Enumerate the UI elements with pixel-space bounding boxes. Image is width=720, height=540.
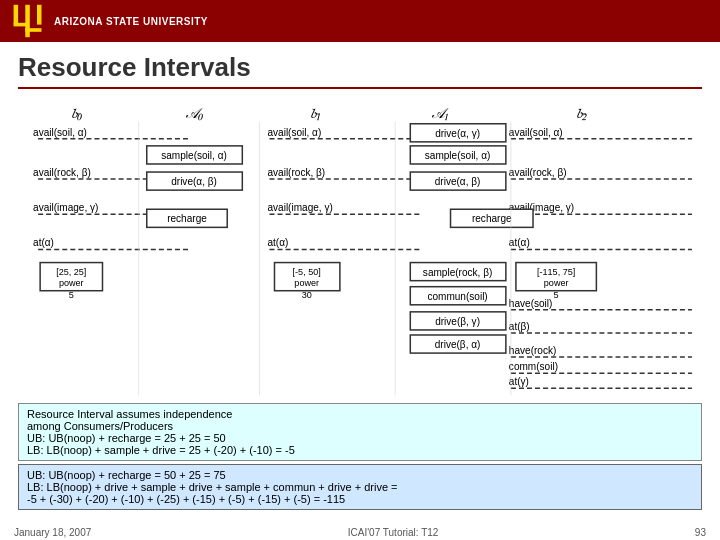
header: ARIZONA STATE UNIVERSITY (0, 0, 720, 42)
university-name: ARIZONA STATE UNIVERSITY (54, 15, 208, 28)
col-label-a1: 𝒜₁ (431, 105, 449, 121)
at-alpha-label1: at(α) (33, 237, 54, 248)
avail-rock-beta-label2: avail(rock, β) (267, 167, 325, 178)
footer-conference: ICAI'07 Tutorial: T12 (348, 527, 439, 538)
power-p0-range: [25, 25] (56, 267, 86, 277)
svg-rect-5 (25, 30, 30, 37)
footer: January 18, 2007 ICAI'07 Tutorial: T12 9… (0, 527, 720, 538)
power-p2-value: 5 (554, 290, 559, 300)
asu-logo: ARIZONA STATE UNIVERSITY (10, 3, 208, 39)
col-label-p1: 𝓫₁ (309, 105, 321, 121)
col-label-p2: 𝓫₂ (575, 105, 587, 121)
drive-alpha-beta-label-a0: drive(α, β) (171, 176, 217, 187)
at-gamma-label: at(γ) (509, 376, 529, 387)
main-content: Resource Intervals 𝓫₀ 𝒜₀ 𝓫₁ 𝒜₁ 𝓫₂ avail(… (0, 42, 720, 519)
asu-pitchfork-icon (10, 3, 46, 39)
comm-soil-label-p2: comm(soil) (509, 361, 558, 372)
avail-soil-alpha-label3: avail(soil, α) (509, 127, 563, 138)
recharge-label-a0: recharge (167, 213, 207, 224)
drive-alpha-gamma-label: drive(α, γ) (435, 128, 480, 139)
at-alpha-label2: at(α) (267, 237, 288, 248)
svg-rect-2 (37, 5, 42, 25)
power-p2-label: power (544, 278, 569, 288)
power-p1-value: 30 (302, 290, 312, 300)
footer-page: 93 (695, 527, 706, 538)
timeline-diagram: 𝓫₀ 𝒜₀ 𝓫₁ 𝒜₁ 𝓫₂ avail(soil, α) avail(soil… (18, 97, 702, 407)
info2-line3: -5 + (-30) + (-20) + (-10) + (-25) + (-1… (27, 493, 345, 505)
power-p0-value: 5 (69, 290, 74, 300)
power-p0-label: power (59, 278, 84, 288)
at-alpha-label3: at(α) (509, 237, 530, 248)
sample-rock-beta-label: sample(rock, β) (423, 267, 492, 278)
sample-soil-alpha-label-a0: sample(soil, α) (161, 150, 227, 161)
svg-rect-0 (14, 5, 19, 25)
col-label-a0: 𝒜₀ (185, 105, 204, 121)
drive-alpha-beta-label-a1: drive(α, β) (435, 176, 481, 187)
power-p1-range: [-5, 50] (293, 267, 321, 277)
info-line4: LB: LB(noop) + sample + drive = 25 + (-2… (27, 444, 295, 456)
info-line2: among Consumers/Producers (27, 420, 173, 432)
avail-image-gamma-label1: avail(image, γ) (33, 202, 98, 213)
resource-interval-svg: 𝓫₀ 𝒜₀ 𝓫₁ 𝒜₁ 𝓫₂ avail(soil, α) avail(soil… (18, 97, 702, 407)
page-title: Resource Intervals (18, 52, 702, 89)
info-box-1: Resource Interval assumes independence a… (18, 403, 702, 461)
commun-soil-label: commun(soil) (427, 291, 487, 302)
drive-beta-gamma-label: drive(β, γ) (435, 316, 480, 327)
info-line3: UB: UB(noop) + recharge = 25 + 25 = 50 (27, 432, 226, 444)
have-soil-label: have(soil) (509, 298, 553, 309)
power-p2-range: [-115, 75] (537, 267, 575, 277)
info2-line1: UB: UB(noop) + recharge = 50 + 25 = 75 (27, 469, 226, 481)
avail-image-gamma-label2: avail(image, γ) (267, 202, 332, 213)
avail-soil-alpha-label2: avail(soil, α) (267, 127, 321, 138)
recharge-label-a1: recharge (472, 213, 512, 224)
svg-rect-3 (14, 23, 27, 27)
have-rock-label: have(rock) (509, 345, 556, 356)
sample-soil-alpha-label-a1: sample(soil, α) (425, 150, 491, 161)
drive-beta-alpha-label: drive(β, α) (435, 339, 481, 350)
power-p1-label: power (294, 278, 319, 288)
footer-date: January 18, 2007 (14, 527, 91, 538)
info2-line2: LB: LB(noop) + drive + sample + drive + … (27, 481, 398, 493)
avail-soil-alpha-label1: avail(soil, α) (33, 127, 87, 138)
avail-rock-beta-label1: avail(rock, β) (33, 167, 91, 178)
info-box-2: UB: UB(noop) + recharge = 50 + 25 = 75 L… (18, 464, 702, 510)
col-label-p0: 𝓫₀ (70, 105, 83, 121)
avail-rock-beta-label3: avail(rock, β) (509, 167, 567, 178)
at-beta-label: at(β) (509, 321, 530, 332)
info-line1: Resource Interval assumes independence (27, 408, 232, 420)
